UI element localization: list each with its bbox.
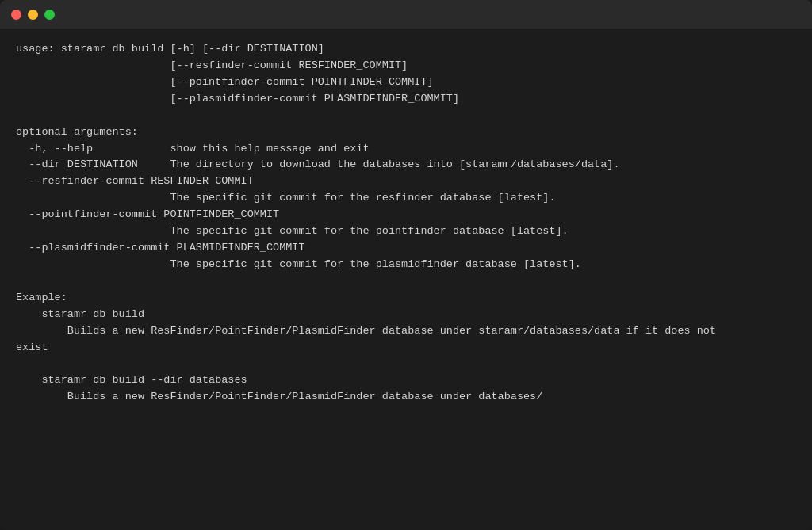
terminal-content: usage: staramr db build [-h] [--dir DEST… bbox=[0, 29, 812, 530]
minimize-button[interactable] bbox=[28, 10, 38, 20]
title-bar bbox=[0, 0, 812, 29]
terminal-window: usage: staramr db build [-h] [--dir DEST… bbox=[0, 0, 812, 530]
maximize-button[interactable] bbox=[44, 10, 55, 20]
close-button[interactable] bbox=[11, 10, 21, 20]
traffic-lights bbox=[11, 10, 55, 20]
